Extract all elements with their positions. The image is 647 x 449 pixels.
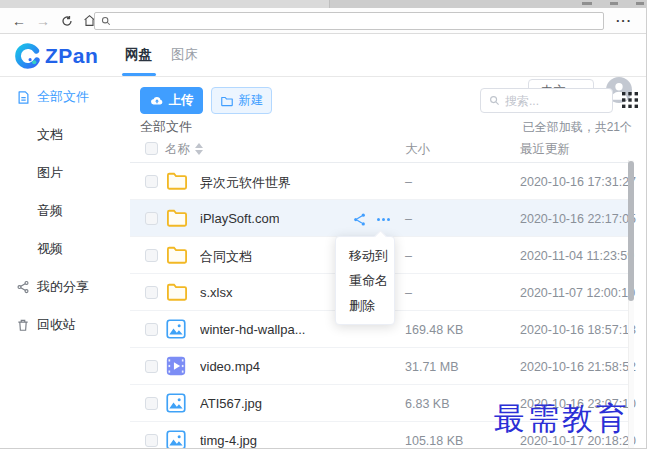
file-size: 31.71 MB [405, 360, 459, 374]
file-search-box[interactable] [480, 88, 613, 113]
search-icon [101, 16, 111, 26]
file-date: 2020-10-16 21:58:52 [520, 360, 636, 374]
window-minimize-icon[interactable] [582, 2, 592, 5]
file-date: 2020-10-16 22:17:05 [520, 212, 636, 226]
grid-view-icon[interactable] [621, 91, 639, 109]
folder-icon [166, 208, 188, 228]
file-name: s.xlsx [200, 285, 233, 300]
tab-imagebed-label: 图床 [171, 46, 198, 64]
file-size: – [405, 286, 412, 300]
row-checkbox[interactable] [145, 212, 158, 225]
address-bar[interactable] [94, 12, 604, 30]
file-size: 105.18 KB [405, 434, 463, 448]
column-header-size: 大小 [405, 141, 430, 158]
sidebar-item-all-files[interactable]: 全部文件 [0, 85, 130, 109]
tab-netdisk[interactable]: 网盘 [125, 34, 152, 76]
row-checkbox[interactable] [145, 434, 158, 447]
logo-text: ZPan [45, 44, 98, 68]
window-close-icon[interactable] [636, 2, 644, 5]
file-name: 合同文档 [200, 248, 252, 266]
address-input[interactable] [111, 14, 603, 28]
row-checkbox[interactable] [145, 249, 158, 262]
file-name: timg-4.jpg [200, 433, 257, 448]
sidebar-item-label: 音频 [37, 202, 63, 220]
sidebar-item-label: 回收站 [37, 316, 76, 334]
search-icon [489, 95, 500, 106]
watermark-text: 最需教育 [494, 398, 630, 440]
file-date: 2020-11-04 11:23:59 [520, 249, 634, 263]
image-file-icon [166, 319, 188, 339]
upload-button-label: 上传 [169, 92, 194, 109]
browser-menu-icon[interactable]: ··· [611, 8, 637, 33]
sidebar-item-audio[interactable]: 音频 [0, 199, 130, 223]
sidebar-item-video[interactable]: 视频 [0, 237, 130, 261]
sidebar-item-label: 我的分享 [37, 278, 89, 296]
browser-tab[interactable] [0, 0, 330, 8]
file-name: ATI567.jpg [200, 396, 262, 411]
share-icon [15, 279, 31, 295]
upload-button[interactable]: 上传 [140, 87, 203, 114]
context-menu-item-move[interactable]: 移动到 [336, 243, 394, 268]
column-header-updated: 最近更新 [520, 141, 570, 158]
tab-netdisk-label: 网盘 [125, 46, 152, 64]
table-header: 名称 大小 最近更新 [130, 136, 628, 163]
sidebar-item-my-shares[interactable]: 我的分享 [0, 275, 130, 299]
new-folder-button[interactable]: 新建 [211, 87, 272, 114]
context-menu-item-rename[interactable]: 重命名 [336, 268, 394, 293]
sidebar-item-pictures[interactable]: 图片 [0, 161, 130, 185]
trash-icon [15, 317, 31, 333]
app-window: ← → ··· [0, 0, 647, 449]
window-maximize-icon[interactable] [610, 2, 618, 5]
context-menu: 移动到 重命名 删除 [335, 236, 395, 325]
context-menu-item-delete[interactable]: 删除 [336, 293, 394, 318]
load-status: 已全部加载，共21个 [523, 119, 632, 136]
upload-cloud-icon [150, 94, 164, 108]
forward-icon[interactable]: → [32, 8, 54, 33]
sidebar-item-label: 视频 [37, 240, 63, 258]
row-checkbox[interactable] [145, 286, 158, 299]
tab-imagebed[interactable]: 图床 [171, 34, 198, 76]
refresh-icon[interactable] [56, 8, 78, 33]
row-checkbox[interactable] [145, 175, 158, 188]
file-size: 169.48 KB [405, 323, 463, 337]
zpan-logo-icon [14, 42, 41, 69]
new-button-label: 新建 [239, 92, 264, 109]
select-all-checkbox[interactable] [145, 142, 158, 155]
sidebar-item-label: 全部文件 [37, 88, 89, 106]
image-file-icon [166, 430, 188, 449]
sidebar-item-documents[interactable]: 文档 [0, 123, 130, 147]
row-checkbox[interactable] [145, 323, 158, 336]
file-name: 异次元软件世界 [200, 174, 291, 192]
sort-carets-icon[interactable] [194, 142, 202, 156]
file-name: iPlaySoft.com [200, 211, 279, 226]
breadcrumb: 全部文件 [140, 118, 192, 136]
back-icon[interactable]: ← [8, 8, 30, 33]
folder-icon [166, 171, 188, 191]
row-checkbox[interactable] [145, 360, 158, 373]
file-date: 2020-10-16 17:31:27 [520, 175, 636, 189]
browser-tabstrip [0, 0, 647, 8]
file-icon [15, 89, 31, 105]
new-folder-icon [220, 94, 234, 108]
video-file-icon [166, 356, 188, 376]
column-header-name[interactable]: 名称 [165, 141, 190, 158]
zpan-logo[interactable]: ZPan [14, 42, 98, 69]
folder-icon [166, 245, 188, 265]
share-file-icon[interactable] [350, 210, 368, 228]
folder-icon [166, 282, 188, 302]
scrollbar-thumb[interactable] [628, 161, 634, 301]
file-date: 2020-11-07 12:00:10 [520, 286, 635, 300]
table-row[interactable]: video.mp4 31.71 MB 2020-10-16 21:58:52 [130, 348, 628, 385]
more-actions-icon[interactable] [374, 210, 392, 228]
browser-toolbar: ← → ··· [0, 8, 647, 34]
row-checkbox[interactable] [145, 397, 158, 410]
file-search-input[interactable] [505, 94, 600, 108]
sidebar-item-label: 图片 [37, 164, 63, 182]
file-date: 2020-10-16 18:57:13 [520, 323, 636, 337]
active-tab-underline [122, 73, 156, 76]
file-name: video.mp4 [200, 359, 260, 374]
sidebar-item-recycle-bin[interactable]: 回收站 [0, 313, 130, 337]
file-size: – [405, 175, 412, 189]
app-header: ZPan 网盘 图床 中文 [0, 34, 647, 77]
table-row[interactable]: 异次元软件世界 – 2020-10-16 17:31:27 [130, 163, 628, 200]
